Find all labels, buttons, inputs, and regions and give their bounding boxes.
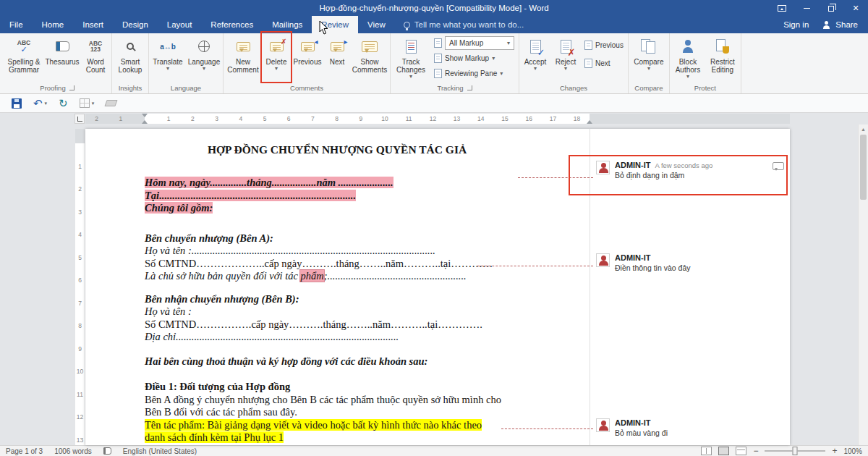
minimize-button[interactable] bbox=[794, 0, 819, 16]
document-page[interactable]: HỢP ĐỒNG CHUYỂN NHƯỢNG QUYỀN TÁC GIẢ Hôm… bbox=[85, 129, 790, 445]
reviewing-pane-dropdown[interactable]: Reviewing Pane bbox=[432, 67, 516, 80]
restrict-editing-button[interactable]: Restrict Editing bbox=[705, 34, 740, 83]
restore-button[interactable] bbox=[819, 0, 843, 16]
compare-button[interactable]: Compare bbox=[629, 34, 668, 83]
spelling-grammar-button[interactable]: ABC✓ Spelling & Grammar bbox=[4, 34, 44, 83]
paragraph[interactable]: Chúng tôi gồm: bbox=[145, 202, 529, 215]
word-count-indicator[interactable]: 1006 words bbox=[54, 447, 92, 455]
document-content[interactable]: HỢP ĐỒNG CHUYỂN NHƯỢNG QUYỀN TÁC GIẢ Hôm… bbox=[145, 143, 529, 444]
tracking-dialog-launcher-icon[interactable] bbox=[467, 85, 472, 90]
undo-button[interactable]: ↶▾ bbox=[33, 98, 47, 109]
save-button[interactable] bbox=[12, 98, 22, 109]
accept-button[interactable]: ✓ Accept bbox=[520, 34, 550, 83]
vertical-scrollbar[interactable]: ▲ bbox=[858, 124, 868, 445]
paragraph[interactable]: Địa chỉ.................................… bbox=[145, 331, 529, 344]
zoom-slider-thumb[interactable] bbox=[793, 447, 798, 455]
next-change-button[interactable]: Next bbox=[582, 56, 626, 70]
tab-layout[interactable]: Layout bbox=[158, 16, 202, 33]
comment-card[interactable]: ADMIN-IT A few seconds ago Bỏ định dạng … bbox=[595, 158, 786, 182]
translate-button[interactable]: a↔b Translate bbox=[150, 34, 186, 83]
horizontal-ruler[interactable]: 21123456789101112131415161718 bbox=[85, 114, 790, 124]
reject-button[interactable]: ✗ Reject bbox=[550, 34, 581, 83]
share-button[interactable]: Share bbox=[822, 20, 858, 29]
right-indent-marker[interactable] bbox=[587, 117, 592, 124]
close-button[interactable]: ✕ bbox=[843, 0, 868, 16]
tab-home[interactable]: Home bbox=[33, 16, 74, 33]
print-layout-icon[interactable] bbox=[718, 447, 729, 455]
vertical-ruler[interactable]: 12345678910111213 bbox=[75, 129, 85, 445]
block-authors-button[interactable]: Block Authors bbox=[671, 34, 705, 83]
proofing-dialog-launcher-icon[interactable] bbox=[69, 85, 75, 90]
language-label: Language bbox=[188, 58, 221, 66]
comment-card[interactable]: ADMIN-IT Bỏ màu vàng đi bbox=[595, 415, 786, 440]
paragraph[interactable]: Tại.....................................… bbox=[145, 190, 529, 203]
track-changes-button[interactable]: Track Changes bbox=[391, 34, 430, 83]
comment-card[interactable]: ADMIN-IT Điền thông tin vào đây bbox=[595, 250, 786, 275]
tell-me-box[interactable]: Tell me what you want to do... bbox=[395, 16, 533, 33]
show-comments-button[interactable]: Show Comments bbox=[350, 34, 389, 83]
reply-comment-icon[interactable] bbox=[773, 162, 784, 170]
tab-review[interactable]: Review bbox=[312, 16, 358, 33]
tab-insert[interactable]: Insert bbox=[73, 16, 113, 33]
tab-file[interactable]: File bbox=[0, 16, 33, 33]
qat-eraser-button[interactable] bbox=[106, 100, 116, 106]
zoom-level[interactable]: 100% bbox=[843, 447, 862, 455]
tab-stop-selector-icon[interactable] bbox=[75, 114, 85, 124]
display-for-review-row: All Markup bbox=[432, 36, 516, 50]
document-title[interactable]: HỢP ĐỒNG CHUYỂN NHƯỢNG QUYỀN TÁC GIẢ bbox=[145, 143, 529, 156]
paragraph[interactable]: Họ và tên :.............................… bbox=[145, 245, 529, 258]
yellow-highlight-line: danh sách đính kèm tại Phụ lục 1 bbox=[145, 431, 284, 443]
tab-references[interactable]: References bbox=[201, 16, 263, 33]
ribbon-display-options-button[interactable] bbox=[770, 0, 794, 16]
group-changes: ✓ Accept ✗ Reject Previous Next Changes bbox=[519, 33, 629, 93]
word-count-button[interactable]: ABC123 Word Count bbox=[80, 34, 111, 83]
paragraph[interactable]: Bên A đồng ý chuyển nhượng cho Bên B các… bbox=[145, 394, 529, 407]
party-a-heading[interactable]: Bên chuyển nhượng (Bên A): bbox=[145, 232, 529, 245]
zoom-slider[interactable] bbox=[765, 450, 825, 452]
language-group-label: Language bbox=[171, 84, 201, 92]
tab-view[interactable]: View bbox=[358, 16, 395, 33]
web-layout-icon[interactable] bbox=[736, 447, 746, 455]
scrollbar-thumb[interactable] bbox=[860, 135, 867, 200]
tab-design[interactable]: Design bbox=[113, 16, 158, 33]
language-button[interactable]: Language bbox=[186, 34, 222, 83]
agreement-line[interactable]: Hai bên cùng thoả thuận và ký hợp đồng v… bbox=[145, 355, 529, 368]
ruler-number: 12 bbox=[430, 114, 436, 123]
paragraph[interactable]: danh sách đính kèm tại Phụ lục 1 bbox=[145, 431, 529, 444]
language-indicator[interactable]: English (United States) bbox=[123, 447, 197, 455]
new-comment-button[interactable]: New Comment bbox=[224, 34, 262, 83]
paragraph[interactable]: Số CMTND………………..cấp ngày……….tháng……..năm… bbox=[145, 258, 529, 271]
previous-comment-button[interactable]: ◂ Previous bbox=[291, 34, 324, 83]
article1-heading[interactable]: Điều 1: Đối tượng của Hợp đồng bbox=[145, 381, 529, 394]
paragraph[interactable]: Họ và tên : bbox=[145, 305, 529, 318]
page-indicator[interactable]: Page 1 of 3 bbox=[6, 447, 43, 455]
zoom-out-icon[interactable]: − bbox=[753, 447, 758, 455]
scroll-up-icon[interactable]: ▲ bbox=[859, 124, 868, 134]
paragraph[interactable]: Hôm nay, ngày..............tháng........… bbox=[145, 177, 529, 190]
paragraph[interactable]: Tên tác phẩm: Bài giảng dạng viết và vid… bbox=[145, 419, 529, 432]
ruler-number: 7 bbox=[75, 300, 85, 307]
paragraph[interactable]: Số CMTND…………….cấp ngày……….tháng……..năm……… bbox=[145, 318, 529, 332]
proofing-status-icon[interactable] bbox=[103, 447, 111, 455]
delete-comment-button[interactable]: ✗ Delete bbox=[262, 34, 291, 83]
read-mode-icon[interactable] bbox=[701, 447, 712, 455]
previous-change-button[interactable]: Previous bbox=[582, 38, 626, 52]
show-markup-dropdown[interactable]: Show Markup bbox=[432, 51, 516, 65]
party-b-heading[interactable]: Bên nhận chuyển nhượng (Bên B): bbox=[145, 293, 529, 306]
tab-mailings[interactable]: Mailings bbox=[263, 16, 312, 33]
thesaurus-button[interactable]: Thesaurus bbox=[44, 34, 80, 83]
ruler-number: 14 bbox=[477, 114, 484, 123]
smart-lookup-button[interactable]: Smart Lookup bbox=[113, 34, 148, 83]
paragraph[interactable]: Bên B đối với các tác phẩm sau đây. bbox=[145, 406, 529, 419]
comments-group-label: Comments bbox=[290, 84, 323, 92]
ribbon-tab-bar: File Home Insert Design Layout Reference… bbox=[0, 16, 868, 33]
zoom-in-icon[interactable]: + bbox=[832, 447, 837, 455]
redo-button[interactable]: ↻ bbox=[59, 98, 68, 109]
next-comment-button[interactable]: ▸ Next bbox=[324, 34, 350, 83]
qat-table-button[interactable]: ▾ bbox=[80, 98, 95, 108]
sign-in-link[interactable]: Sign in bbox=[783, 20, 809, 29]
display-for-review-dropdown[interactable]: All Markup bbox=[445, 36, 514, 50]
paragraph[interactable]: Là chủ sở hữu bản quyền đối với tác phẩm… bbox=[145, 270, 529, 283]
word-count-icon: ABC123 bbox=[89, 37, 102, 56]
hanging-indent-marker[interactable] bbox=[142, 117, 148, 124]
